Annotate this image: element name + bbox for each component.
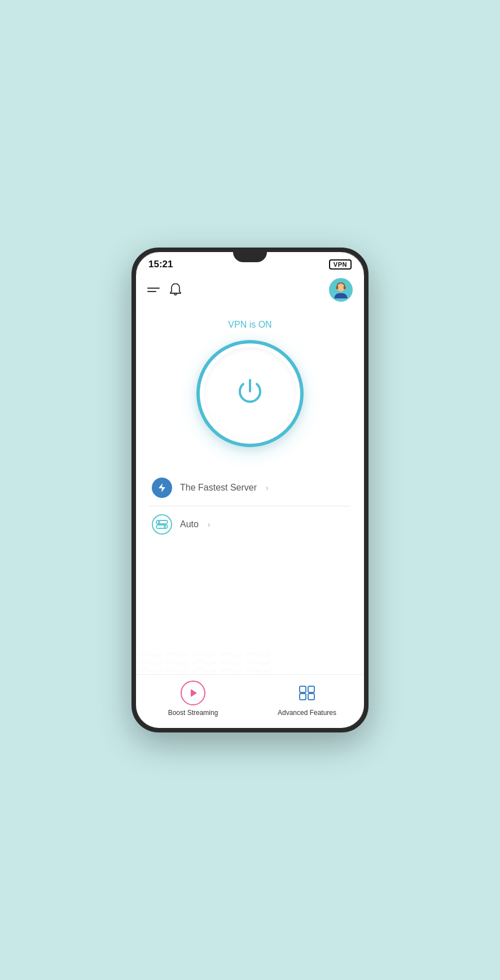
background-pattern: ≋≋≋≋≋ <box>136 643 364 688</box>
nav-left <box>147 282 182 297</box>
protocol-icon-wrap <box>152 514 172 535</box>
server-label: The Fastest Server <box>180 483 257 493</box>
svg-rect-2 <box>336 286 338 289</box>
top-nav <box>136 273 364 308</box>
svg-point-6 <box>158 521 160 523</box>
protocol-selector[interactable]: Auto › <box>150 506 350 542</box>
hamburger-line-1 <box>147 288 160 289</box>
avatar[interactable] <box>329 278 353 302</box>
main-content: VPN is ON <box>136 308 364 674</box>
bolt-icon <box>156 482 168 493</box>
svg-rect-13 <box>308 694 314 700</box>
server-selector[interactable]: The Fastest Server › <box>150 470 350 506</box>
volume-up-button <box>367 365 369 399</box>
power-inner-circle <box>204 347 296 440</box>
vpn-status-label: VPN is ON <box>228 320 271 330</box>
server-icon-wrap <box>152 478 172 498</box>
vpn-badge: VPN <box>329 259 352 270</box>
menu-button[interactable] <box>147 288 160 292</box>
tab-boost-streaming-label: Boost Streaming <box>168 709 218 717</box>
svg-marker-9 <box>191 689 197 697</box>
status-time: 15:21 <box>148 259 173 270</box>
svg-text:≋≋≋≋≋: ≋≋≋≋≋ <box>136 643 272 688</box>
protocol-label: Auto <box>180 519 199 529</box>
power-icon <box>233 376 267 412</box>
play-icon <box>187 687 199 699</box>
selectors-container: The Fastest Server › Auto › <box>150 470 350 542</box>
toggle-icon <box>156 520 168 529</box>
phone-frame: 15:21 VPN <box>131 248 369 732</box>
svg-rect-12 <box>300 694 306 700</box>
svg-rect-3 <box>344 286 346 289</box>
phone-notch <box>233 252 267 262</box>
volume-down-button <box>367 410 369 444</box>
protocol-chevron: › <box>208 520 210 529</box>
notification-bell-icon[interactable] <box>169 282 182 297</box>
tab-advanced-features-label: Advanced Features <box>278 709 336 717</box>
screen: 15:21 VPN <box>136 252 364 728</box>
svg-point-7 <box>164 526 166 528</box>
power-toggle-button[interactable] <box>196 340 304 447</box>
svg-point-1 <box>337 284 344 292</box>
hamburger-line-2 <box>147 291 156 292</box>
server-chevron: › <box>266 483 269 492</box>
